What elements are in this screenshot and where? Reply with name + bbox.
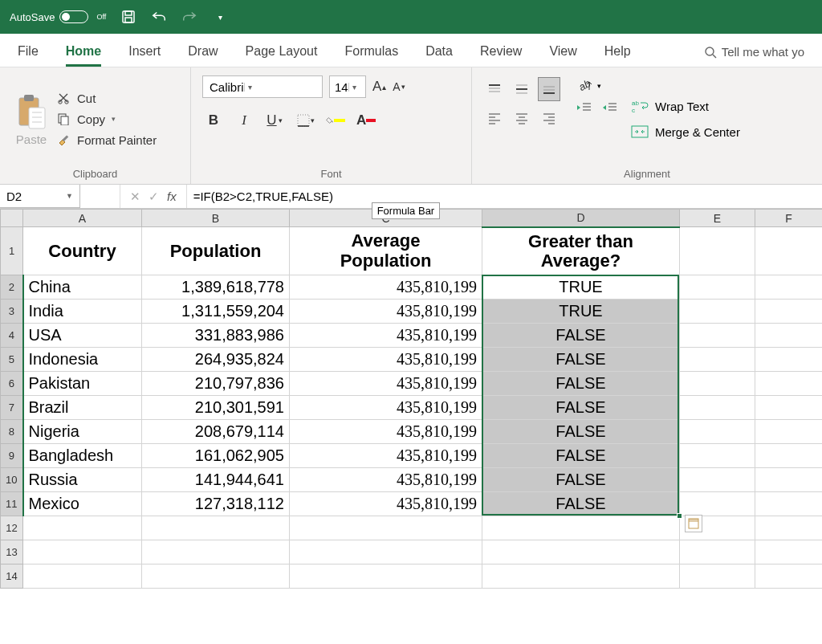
cell[interactable]: TRUE: [482, 300, 680, 324]
cell[interactable]: [755, 300, 823, 324]
fill-color-button[interactable]: [326, 111, 345, 130]
cell[interactable]: 161,062,905: [142, 444, 290, 468]
formula-bar[interactable]: =IF(B2>C2,TRUE,FALSE) Formula Bar: [187, 185, 822, 208]
cell[interactable]: [680, 275, 755, 300]
row-header[interactable]: 5: [1, 348, 23, 372]
row-header[interactable]: 12: [1, 516, 23, 540]
align-center-icon[interactable]: [511, 106, 533, 130]
cell[interactable]: Brazil: [23, 396, 142, 420]
cell[interactable]: FALSE: [482, 324, 680, 348]
cell[interactable]: 264,935,824: [142, 348, 290, 372]
format-painter-button[interactable]: Format Painter: [56, 132, 157, 147]
cell[interactable]: 435,810,199: [290, 372, 482, 396]
row-header[interactable]: 14: [1, 565, 23, 589]
cell[interactable]: [142, 516, 290, 540]
cell[interactable]: [290, 565, 482, 589]
cell[interactable]: [680, 324, 755, 348]
align-bottom-icon[interactable]: [538, 77, 560, 101]
col-header-E[interactable]: E: [680, 210, 755, 227]
cell[interactable]: 435,810,199: [290, 420, 482, 444]
cell[interactable]: [680, 565, 755, 589]
row-header[interactable]: 9: [1, 444, 23, 468]
cell[interactable]: [680, 227, 755, 275]
orientation-button[interactable]: ab ▾: [576, 77, 618, 95]
row-header[interactable]: 1: [1, 227, 23, 275]
row-header[interactable]: 8: [1, 420, 23, 444]
cell[interactable]: [680, 468, 755, 492]
cell[interactable]: FALSE: [482, 420, 680, 444]
cell[interactable]: [680, 300, 755, 324]
cell[interactable]: [482, 540, 680, 565]
cell[interactable]: Mexico: [23, 492, 142, 516]
align-left-icon[interactable]: [483, 106, 506, 130]
decrease-indent-icon[interactable]: [576, 101, 592, 114]
cell[interactable]: [755, 396, 823, 420]
cell[interactable]: [755, 565, 823, 589]
cut-button[interactable]: Cut: [56, 91, 157, 105]
row-header[interactable]: 11: [1, 492, 23, 516]
row-header[interactable]: 13: [1, 540, 23, 565]
cell[interactable]: [755, 324, 823, 348]
cell[interactable]: [680, 492, 755, 516]
cell[interactable]: [482, 516, 680, 540]
cell[interactable]: [142, 540, 290, 565]
row-header[interactable]: 6: [1, 372, 23, 396]
cell[interactable]: FALSE: [482, 492, 680, 516]
tab-help[interactable]: Help: [604, 38, 631, 67]
tab-draw[interactable]: Draw: [188, 38, 218, 67]
cell[interactable]: [482, 565, 680, 589]
cell[interactable]: Country: [23, 227, 142, 275]
save-icon[interactable]: [120, 9, 136, 25]
decrease-font-icon[interactable]: A▾: [393, 80, 405, 93]
autofill-options-icon[interactable]: [685, 515, 702, 532]
bold-button[interactable]: B: [204, 111, 223, 130]
cell[interactable]: [23, 540, 142, 565]
cell[interactable]: 1,311,559,204: [142, 300, 290, 324]
cell[interactable]: [290, 516, 482, 540]
tab-insert[interactable]: Insert: [128, 38, 161, 67]
col-header-B[interactable]: B: [142, 210, 290, 227]
tellme-search[interactable]: Tell me what yo: [704, 45, 804, 67]
cell[interactable]: 1,389,618,778: [142, 275, 290, 300]
qat-customize-icon[interactable]: ▾: [212, 9, 228, 25]
cell[interactable]: 210,797,836: [142, 372, 290, 396]
align-top-icon[interactable]: [483, 77, 506, 101]
merge-center-button[interactable]: Merge & Center: [631, 124, 740, 139]
cell[interactable]: India: [23, 300, 142, 324]
cell[interactable]: Greater thanAverage?: [482, 227, 680, 275]
cell[interactable]: [755, 275, 823, 300]
cell[interactable]: 435,810,199: [290, 396, 482, 420]
font-color-button[interactable]: A: [356, 111, 376, 130]
tab-file[interactable]: File: [18, 38, 39, 67]
cell[interactable]: FALSE: [482, 348, 680, 372]
increase-font-icon[interactable]: A▴: [372, 79, 386, 95]
cell[interactable]: [755, 348, 823, 372]
align-middle-icon[interactable]: [511, 77, 533, 101]
cell[interactable]: Indonesia: [23, 348, 142, 372]
fx-icon[interactable]: fx: [167, 190, 177, 203]
enter-icon[interactable]: ✓: [149, 190, 159, 204]
cell[interactable]: 435,810,199: [290, 468, 482, 492]
font-name-select[interactable]: Calibri ▾: [202, 75, 323, 98]
font-size-select[interactable]: 14 ▾: [329, 75, 366, 98]
cell[interactable]: FALSE: [482, 468, 680, 492]
cell[interactable]: [23, 565, 142, 589]
cell[interactable]: 435,810,199: [290, 324, 482, 348]
cell[interactable]: TRUE: [482, 275, 680, 300]
paste-icon[interactable]: [14, 92, 48, 131]
cell[interactable]: [755, 516, 823, 540]
undo-icon[interactable]: [151, 9, 167, 25]
cell[interactable]: 435,810,199: [290, 348, 482, 372]
cancel-icon[interactable]: ✕: [130, 190, 140, 204]
cell[interactable]: 141,944,641: [142, 468, 290, 492]
cell[interactable]: Bangladesh: [23, 444, 142, 468]
cell[interactable]: 435,810,199: [290, 275, 482, 300]
cell[interactable]: [680, 348, 755, 372]
cell[interactable]: AveragePopulation: [290, 227, 482, 275]
row-header[interactable]: 4: [1, 324, 23, 348]
name-box[interactable]: D2 ▼: [0, 185, 80, 208]
row-header[interactable]: 10: [1, 468, 23, 492]
cell[interactable]: [755, 468, 823, 492]
cell[interactable]: 435,810,199: [290, 300, 482, 324]
cell[interactable]: 127,318,112: [142, 492, 290, 516]
